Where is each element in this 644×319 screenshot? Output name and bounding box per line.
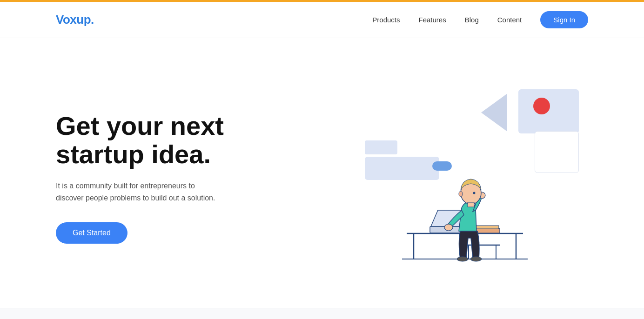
sign-in-button[interactable]: Sign In bbox=[540, 11, 588, 28]
nav-links: Products Features Blog Content Sign In bbox=[372, 11, 588, 28]
logo-dot: . bbox=[91, 13, 94, 27]
get-started-button[interactable]: Get Started bbox=[56, 222, 127, 244]
svg-rect-10 bbox=[476, 226, 499, 229]
nav-item-blog[interactable]: Blog bbox=[465, 16, 479, 24]
hero-subtitle: It is a community built for entrepreneur… bbox=[56, 180, 223, 204]
svg-point-13 bbox=[457, 257, 468, 261]
hero-title: Get your next startup idea. bbox=[56, 112, 224, 169]
nav-item-content[interactable]: Content bbox=[497, 16, 522, 24]
person-illustration bbox=[393, 110, 537, 268]
card-bottom-right bbox=[535, 131, 579, 173]
hero-section: Get your next startup idea. It is a comm… bbox=[0, 38, 644, 308]
hero-illustration bbox=[346, 80, 588, 275]
svg-point-16 bbox=[473, 192, 476, 194]
nav-item-features[interactable]: Features bbox=[419, 16, 446, 24]
svg-point-17 bbox=[459, 191, 463, 197]
svg-rect-18 bbox=[468, 202, 474, 207]
logo-text: Voxup bbox=[56, 13, 91, 27]
navbar: Voxup. Products Features Blog Content Si… bbox=[0, 2, 644, 38]
hero-text: Get your next startup idea. It is a comm… bbox=[56, 112, 224, 244]
logo[interactable]: Voxup. bbox=[56, 13, 94, 27]
svg-point-11 bbox=[444, 224, 453, 231]
nav-item-products[interactable]: Products bbox=[372, 16, 400, 24]
svg-point-14 bbox=[470, 257, 482, 261]
footer-divider bbox=[0, 308, 644, 308]
